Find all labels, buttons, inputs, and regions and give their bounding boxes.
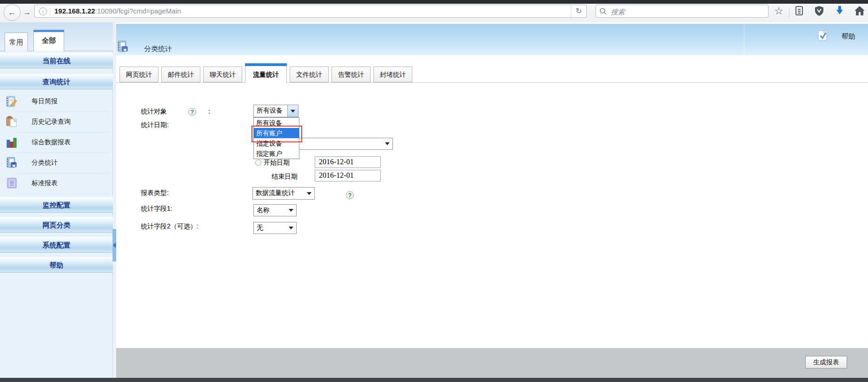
tab-baseline xyxy=(116,82,868,83)
custom-date-radio[interactable] xyxy=(255,160,261,166)
bookmark-star-icon[interactable]: ☆ xyxy=(773,5,785,17)
forward-button[interactable]: → xyxy=(21,7,33,18)
window-bottom-edge xyxy=(0,378,868,382)
sidebar-item-label: 分类统计 xyxy=(32,159,58,167)
stat-object-help-icon[interactable]: ? xyxy=(188,108,196,116)
page-title: 分类统计 xyxy=(144,45,172,54)
tab-chat-stats[interactable]: 聊天统计 xyxy=(203,67,242,82)
end-date-label: 结束日期 xyxy=(272,173,298,181)
generate-report-button[interactable]: 生成报表 xyxy=(805,356,847,369)
bookmarks-menu-icon[interactable] xyxy=(793,5,805,17)
sidebar-item-history-query[interactable]: 历史记录查询 xyxy=(0,112,113,132)
chevron-down-icon xyxy=(289,209,293,212)
chevron-down-icon xyxy=(385,142,390,145)
url-divider xyxy=(50,7,50,15)
sidebar-divider xyxy=(16,194,109,194)
field1-select[interactable]: 名称 xyxy=(253,204,297,216)
sidebar-item-category-stats[interactable]: 分类统计 xyxy=(0,153,113,173)
dropdown-option-specified-accounts[interactable]: 指定账户 xyxy=(254,148,299,159)
sidebar-section-query[interactable]: 查询统计 xyxy=(0,74,113,89)
sidebar-section-online[interactable]: 当前在线 xyxy=(0,53,113,68)
sidebar-section-webclass[interactable]: 网页分类 xyxy=(0,217,113,233)
tab-mail-stats[interactable]: 邮件统计 xyxy=(161,67,200,82)
combo-arrow-button[interactable] xyxy=(287,105,298,117)
history-query-icon xyxy=(6,115,18,128)
content-banner xyxy=(116,24,868,55)
field1-label: 统计字段1: xyxy=(141,205,172,213)
tab-alert-stats[interactable]: 告警统计 xyxy=(331,67,371,82)
chevron-down-icon xyxy=(289,227,293,229)
tab-traffic-stats[interactable]: 流量统计 xyxy=(245,63,287,83)
active-tab-indicator xyxy=(245,63,287,66)
window-top-edge xyxy=(0,0,868,4)
tab-traffic-stats-label: 流量统计 xyxy=(253,71,279,78)
report-type-value: 数据流量统计 xyxy=(256,189,295,197)
report-type-select[interactable]: 数据流量统计 xyxy=(252,187,315,200)
search-icon xyxy=(599,7,607,15)
field2-label: 统计字段2（可选）: xyxy=(141,222,199,231)
annotation-highlight-box xyxy=(252,126,302,142)
url-path: :10090/fcgi?cmd=pageMain xyxy=(95,7,181,15)
site-info-icon[interactable]: i xyxy=(39,7,47,15)
footer-bar xyxy=(116,348,868,378)
field1-value: 名称 xyxy=(257,206,270,214)
tab-block-stats[interactable]: 封堵统计 xyxy=(373,67,412,82)
field2-select[interactable]: 无 xyxy=(253,222,297,234)
browser-toolbar: ← → i 192.168.1.22:10090/fcgi?cmd=pageMa… xyxy=(0,4,868,23)
stat-date-label: 统计日期: xyxy=(141,121,169,129)
stat-object-select[interactable]: 所有设备 xyxy=(253,105,298,117)
stat-object-label: 统计对象 xyxy=(141,107,167,116)
sidebar-section-help[interactable]: 帮助 xyxy=(0,257,113,273)
tab-web-stats[interactable]: 网页统计 xyxy=(119,67,159,82)
report-type-help-icon[interactable]: ? xyxy=(346,191,354,199)
browser-search-box[interactable] xyxy=(596,5,769,18)
sidebar-item-daily-report[interactable]: 每日简报 xyxy=(0,91,113,112)
sidebar-item-label: 历史记录查询 xyxy=(32,118,71,126)
url-text: 192.168.1.22:10090/fcgi?cmd=pageMain xyxy=(54,7,181,15)
sidebar-tab-all-label: 全部 xyxy=(42,36,56,44)
url-host: 192.168.1.22 xyxy=(54,7,95,15)
tab-file-stats[interactable]: 文件统计 xyxy=(290,67,329,82)
sidebar-item-label: 综合数据报表 xyxy=(32,138,71,147)
report-type-label: 报表类型: xyxy=(141,189,169,197)
browser-search-input[interactable] xyxy=(610,6,765,18)
category-stats-icon xyxy=(6,156,18,169)
reload-button[interactable]: ↻ xyxy=(571,5,586,17)
sidebar-section-monitor[interactable]: 监控配置 xyxy=(0,197,113,213)
sidebar: 常用 全部 当前在线 查询统计 每日简报 历史记录查询 综合数据报表 分类统计 … xyxy=(0,22,113,378)
downloads-icon[interactable] xyxy=(834,5,846,17)
chevron-down-icon xyxy=(291,110,295,113)
toolbar-divider xyxy=(789,8,789,18)
field2-value: 无 xyxy=(257,224,263,232)
stat-object-value: 所有设备 xyxy=(257,107,283,115)
standard-report-icon xyxy=(6,177,18,190)
shield-addon-icon[interactable] xyxy=(813,5,825,17)
sidebar-item-data-report[interactable]: 综合数据报表 xyxy=(0,132,113,153)
start-date-input[interactable]: 2016-12-01 xyxy=(315,156,381,168)
collapse-arrow-icon xyxy=(113,242,116,248)
sidebar-section-system[interactable]: 系统配置 xyxy=(0,237,113,253)
active-tab-bar xyxy=(33,30,64,32)
sidebar-tab-common[interactable]: 常用 xyxy=(5,33,28,51)
home-icon[interactable] xyxy=(854,5,866,17)
help-doc-icon[interactable] xyxy=(817,30,828,41)
daily-report-icon xyxy=(6,95,18,108)
sidebar-item-label: 标准报表 xyxy=(32,179,58,188)
end-date-input[interactable]: 2016-12-01 xyxy=(315,170,381,181)
sidebar-item-label: 每日简报 xyxy=(32,97,58,106)
help-link[interactable]: 帮助 xyxy=(841,32,855,41)
chevron-down-icon xyxy=(307,192,311,195)
stat-object-colon: ： xyxy=(206,107,212,116)
url-bar[interactable]: i 192.168.1.22:10090/fcgi?cmd=pageMain ↻ xyxy=(34,5,587,18)
sidebar-tab-all[interactable]: 全部 xyxy=(33,30,64,51)
banner-divider xyxy=(744,24,744,55)
sidebar-item-standard-report[interactable]: 标准报表 xyxy=(0,173,113,194)
page-title-icon xyxy=(117,40,128,53)
bar-chart-icon xyxy=(6,136,18,149)
back-button[interactable]: ← xyxy=(4,4,20,21)
start-date-label: 开始日期 xyxy=(264,159,290,167)
